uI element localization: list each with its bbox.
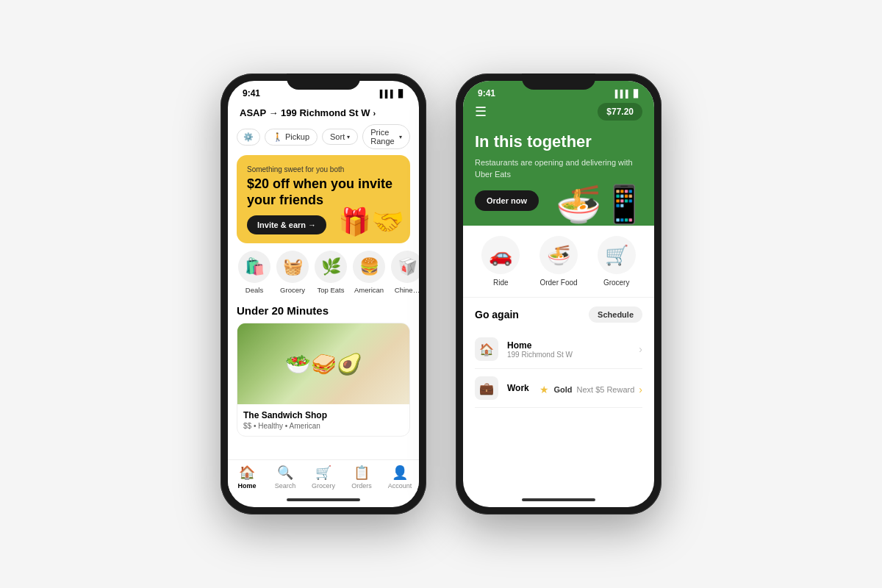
restaurant-info: The Sandwich Shop $$ • Healthy • America… bbox=[237, 404, 409, 436]
home-bar-2 bbox=[522, 498, 595, 501]
home-dest-icon: 🏠 bbox=[475, 337, 498, 361]
nav-account[interactable]: 👤 Account bbox=[381, 465, 419, 490]
sort-label: Sort bbox=[330, 132, 345, 141]
category-american[interactable]: 🍔 American bbox=[351, 251, 387, 294]
category-deals[interactable]: 🛍️ Deals bbox=[237, 251, 272, 294]
nav-search[interactable]: 🔍 Search bbox=[266, 465, 304, 490]
grocery-2-icon: 🛒 bbox=[598, 236, 636, 274]
order-food-label: Order Food bbox=[539, 279, 577, 287]
signal-icon-2: ▌▌▌ bbox=[615, 90, 631, 98]
grocery-nav-icon: 🛒 bbox=[315, 465, 331, 481]
hero-subtitle: Restaurants are opening and delivering w… bbox=[475, 157, 642, 180]
restaurant-card[interactable]: 🥗🥪🥑 The Sandwich Shop $$ • Healthy • Ame… bbox=[237, 323, 410, 437]
grocery-icon: 🧺 bbox=[276, 251, 309, 283]
grocery-2-label: Grocery bbox=[603, 279, 630, 287]
chinese-label: Chine… bbox=[395, 286, 419, 294]
gold-badge: ★ Gold Next $5 Reward › bbox=[539, 378, 642, 398]
under-20-title: Under 20 Minutes bbox=[228, 301, 419, 323]
phone-2: 9:41 ▌▌▌ ▊ ☰ $77.20 In this together Res… bbox=[456, 74, 662, 514]
time-2: 9:41 bbox=[478, 88, 495, 98]
ride-icon: 🚗 bbox=[481, 236, 520, 274]
price-chevron-icon: ▾ bbox=[399, 134, 402, 140]
category-top-eats[interactable]: 🌿 Top Eats bbox=[313, 251, 348, 294]
home-dest-address: 199 Richmond St W bbox=[507, 351, 630, 359]
american-icon: 🍔 bbox=[353, 251, 385, 283]
gold-chevron-icon: › bbox=[639, 384, 642, 395]
service-icons: 🚗 Ride 🍜 Order Food 🛒 Grocery bbox=[463, 226, 654, 298]
home-dest-name: Home bbox=[507, 340, 630, 351]
group-icon: ⚙️ bbox=[243, 132, 254, 142]
hero-title: In this together bbox=[475, 132, 642, 151]
work-dest-name: Work bbox=[507, 383, 531, 393]
hamburger-menu-icon[interactable]: ☰ bbox=[475, 104, 487, 120]
price-range-label: Price Range bbox=[370, 128, 397, 146]
chinese-icon: 🥡 bbox=[391, 251, 419, 283]
go-again-title: Go again bbox=[475, 309, 519, 320]
destination-home[interactable]: 🏠 Home 199 Richmond St W › bbox=[475, 330, 642, 369]
group-filter-button[interactable]: ⚙️ bbox=[237, 129, 260, 146]
category-grocery[interactable]: 🧺 Grocery bbox=[275, 251, 310, 294]
promo-illustration: 🎁🤝 bbox=[338, 207, 404, 237]
work-dest-info: Work bbox=[507, 383, 531, 393]
pickup-filter-button[interactable]: 🚶 Pickup bbox=[265, 129, 318, 146]
promo-big-text: $20 off when you invite your friends bbox=[247, 176, 400, 208]
time-1: 9:41 bbox=[243, 88, 260, 98]
category-chinese[interactable]: 🥡 Chine… bbox=[390, 251, 419, 294]
home-dest-info: Home 199 Richmond St W bbox=[507, 340, 630, 359]
order-food-icon: 🍜 bbox=[539, 236, 578, 274]
destination-work[interactable]: 💼 Work ★ Gold Next $5 Reward › bbox=[475, 369, 642, 408]
restaurant-name: The Sandwich Shop bbox=[243, 410, 404, 420]
gold-label: Gold bbox=[553, 385, 572, 394]
service-grocery-2[interactable]: 🛒 Grocery bbox=[590, 236, 642, 287]
service-order-food[interactable]: 🍜 Order Food bbox=[533, 236, 585, 287]
orders-nav-label: Orders bbox=[351, 482, 372, 490]
battery-icon-1: ▊ bbox=[398, 90, 404, 98]
phone-2-screen: 9:41 ▌▌▌ ▊ ☰ $77.20 In this together Res… bbox=[463, 81, 654, 507]
restaurant-image: 🥗🥪🥑 bbox=[237, 323, 409, 404]
notch-2 bbox=[522, 74, 595, 90]
green-top-bar: ☰ $77.20 bbox=[475, 103, 642, 121]
phone-1: 9:41 ▌▌▌ ▊ ASAP → 199 Richmond St W › ⚙️… bbox=[220, 74, 426, 514]
account-nav-label: Account bbox=[388, 482, 412, 490]
green-header: ☰ $77.20 In this together Restaurants ar… bbox=[463, 103, 654, 226]
search-nav-label: Search bbox=[275, 482, 296, 490]
food-illustration: 🥗🥪🥑 bbox=[237, 323, 409, 404]
home-nav-label: Home bbox=[237, 482, 256, 490]
account-nav-icon: 👤 bbox=[392, 465, 408, 481]
price-range-filter-button[interactable]: Price Range ▾ bbox=[362, 124, 410, 149]
order-now-button[interactable]: Order now bbox=[475, 190, 539, 211]
top-eats-icon: 🌿 bbox=[315, 251, 347, 283]
deals-label: Deals bbox=[245, 286, 263, 294]
promo-banner: Something sweet for you both $20 off whe… bbox=[237, 155, 410, 243]
address-text: ASAP → 199 Richmond St W bbox=[240, 107, 370, 118]
schedule-button[interactable]: Schedule bbox=[589, 306, 642, 323]
home-indicator-2 bbox=[463, 492, 654, 507]
phone1-content: ASAP → 199 Richmond St W › ⚙️ 🚶 Pickup S… bbox=[228, 103, 419, 492]
bottom-nav: 🏠 Home 🔍 Search 🛒 Grocery 📋 Orders bbox=[228, 459, 419, 492]
work-dest-icon: 💼 bbox=[475, 376, 498, 400]
phone2-content: ☰ $77.20 In this together Restaurants ar… bbox=[463, 103, 654, 492]
hero-illustration: 🍜📱 bbox=[556, 183, 647, 226]
service-ride[interactable]: 🚗 Ride bbox=[475, 236, 527, 287]
deals-icon: 🛍️ bbox=[238, 251, 270, 283]
phone-1-screen: 9:41 ▌▌▌ ▊ ASAP → 199 Richmond St W › ⚙️… bbox=[228, 81, 419, 507]
restaurant-meta: $$ • Healthy • American bbox=[243, 422, 404, 430]
battery-icon-2: ▊ bbox=[634, 90, 639, 98]
nav-home[interactable]: 🏠 Home bbox=[228, 465, 266, 490]
invite-button[interactable]: Invite & earn → bbox=[247, 215, 326, 234]
nav-grocery[interactable]: 🛒 Grocery bbox=[304, 465, 343, 490]
sort-chevron-icon: ▾ bbox=[347, 134, 350, 140]
sort-filter-button[interactable]: Sort ▾ bbox=[322, 129, 358, 145]
home-nav-icon: 🏠 bbox=[239, 465, 255, 481]
address-bar[interactable]: ASAP → 199 Richmond St W › bbox=[228, 103, 419, 124]
notch-1 bbox=[287, 74, 360, 90]
promo-small-text: Something sweet for you both bbox=[247, 165, 400, 173]
grocery-label: Grocery bbox=[280, 286, 305, 294]
grocery-nav-label: Grocery bbox=[312, 482, 335, 490]
address-chevron: › bbox=[373, 109, 376, 118]
nav-orders[interactable]: 📋 Orders bbox=[343, 465, 381, 490]
status-icons-1: ▌▌▌ ▊ bbox=[380, 90, 404, 98]
category-list: 🛍️ Deals 🧺 Grocery 🌿 Top Eats 🍔 American bbox=[228, 251, 419, 301]
balance-badge[interactable]: $77.20 bbox=[598, 103, 642, 121]
gold-star-icon: ★ bbox=[539, 384, 549, 395]
